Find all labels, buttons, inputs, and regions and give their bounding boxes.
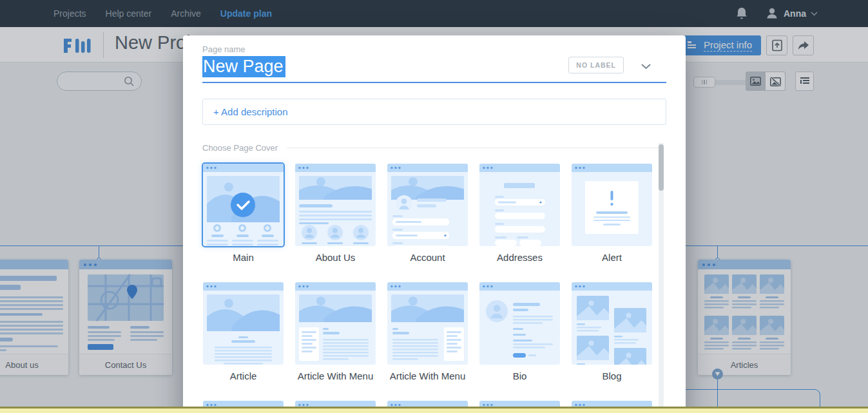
modal-scrollbar[interactable] [659, 143, 664, 413]
cover-option-blog[interactable]: Blog [572, 282, 652, 392]
choose-cover-label: Choose Page Cover [202, 143, 278, 153]
cover-option-about-us[interactable]: About Us [295, 164, 376, 273]
cover-thumbnail[interactable] [387, 282, 468, 365]
cover-option-main[interactable]: Main [203, 164, 284, 273]
scrollbar-thumb[interactable] [659, 144, 664, 191]
page-label-chip[interactable]: NO LABEL [568, 57, 624, 73]
cover-thumbnail[interactable] [203, 164, 284, 246]
cover-label: Blog [572, 365, 652, 392]
cover-label: Addresses [479, 246, 560, 273]
cover-label: Article [203, 365, 284, 392]
cover-option-article-menu-left[interactable]: Article With Menu [295, 282, 376, 392]
cover-label: Alert [572, 246, 652, 273]
cover-option-account[interactable]: Account [387, 164, 468, 273]
cover-thumbnail[interactable] [572, 282, 652, 365]
cover-thumbnail[interactable] [203, 282, 284, 365]
cover-thumbnail[interactable] [387, 164, 468, 246]
cover-option-article-menu-right[interactable]: Article With Menu [387, 282, 468, 392]
cover-option-bio[interactable]: Bio [479, 282, 560, 392]
choose-cover-row: Choose Page Cover [202, 143, 666, 153]
cover-option-article[interactable]: Article [203, 282, 284, 392]
page-name-label: Page name [202, 44, 666, 54]
input-underline [202, 82, 666, 83]
cover-thumbnail[interactable] [572, 164, 652, 246]
cover-label: Bio [479, 365, 560, 392]
label-chevron-down-icon[interactable] [641, 61, 651, 72]
bottom-highlight-bar [0, 407, 868, 413]
app-root: Projects Help center Archive Update plan… [0, 0, 868, 413]
selected-text: New Page [202, 56, 285, 77]
cover-label: About Us [295, 246, 376, 273]
cover-label: Account [387, 246, 468, 273]
cover-thumbnail[interactable] [295, 164, 376, 246]
add-description-link[interactable]: + Add description [213, 106, 288, 117]
add-description-box[interactable]: + Add description [202, 99, 666, 125]
divider-line [287, 148, 660, 148]
cover-label: Article With Menu [295, 365, 376, 392]
cover-thumbnail[interactable] [479, 164, 560, 246]
cover-grid: MainAbout UsAccountAddressesAlertArticle… [203, 164, 666, 413]
cover-thumbnail[interactable] [479, 282, 560, 365]
cover-thumbnail[interactable] [295, 282, 376, 365]
cover-option-alert[interactable]: Alert [572, 164, 652, 273]
cover-label: Article With Menu [387, 365, 468, 392]
cover-option-addresses[interactable]: Addresses [479, 164, 560, 273]
new-page-modal: Page name New Page NO LABEL + Add descri… [183, 35, 686, 413]
cover-label: Main [203, 246, 284, 273]
